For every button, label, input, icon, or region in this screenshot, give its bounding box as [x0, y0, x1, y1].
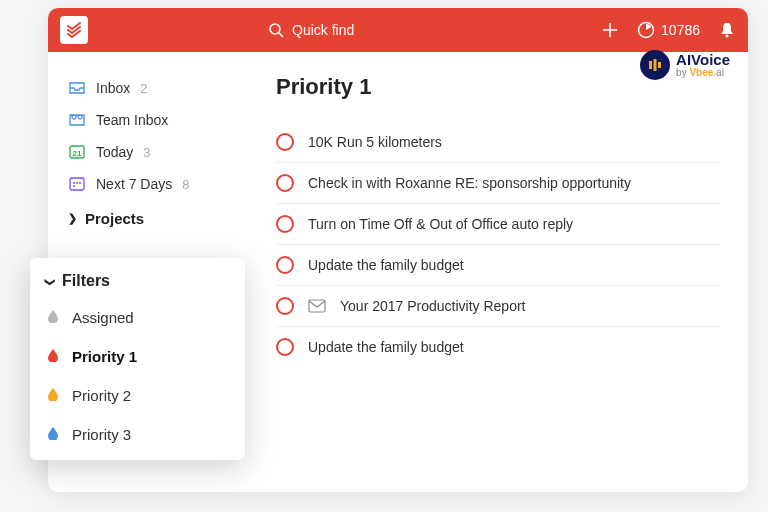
task-row[interactable]: Update the family budget: [276, 245, 720, 286]
svg-line-1: [279, 33, 283, 37]
svg-rect-13: [309, 300, 325, 312]
brand-overlay: AIVoice by Vbee.ai: [640, 50, 730, 80]
karma-points[interactable]: 10786: [637, 21, 700, 39]
karma-count: 10786: [661, 22, 700, 38]
filter-item-priority-1[interactable]: Priority 1: [30, 337, 245, 376]
task-row[interactable]: Turn on Time Off & Out of Office auto re…: [276, 204, 720, 245]
svg-point-0: [270, 24, 280, 34]
task-row[interactable]: Update the family budget: [276, 327, 720, 367]
search-box[interactable]: Quick find: [268, 22, 354, 38]
task-row[interactable]: Your 2017 Productivity Report: [276, 286, 720, 327]
filter-label: Priority 3: [72, 426, 131, 443]
svg-rect-16: [658, 62, 661, 68]
filters-popup: ❯ Filters AssignedPriority 1Priority 2Pr…: [30, 258, 245, 460]
task-title: Update the family budget: [308, 257, 464, 273]
task-checkbox[interactable]: [276, 297, 294, 315]
filter-label: Priority 2: [72, 387, 131, 404]
brand-icon: [640, 50, 670, 80]
sidebar-item-today[interactable]: 21 Today 3: [68, 136, 248, 168]
task-row[interactable]: Check in with Roxanne RE: sponsorship op…: [276, 163, 720, 204]
drop-icon: [46, 309, 60, 326]
bell-icon[interactable]: [718, 21, 736, 39]
svg-point-10: [76, 182, 78, 184]
svg-rect-15: [654, 59, 657, 71]
nav-count: 8: [182, 177, 189, 192]
sidebar-item-team-inbox[interactable]: Team Inbox: [68, 104, 248, 136]
svg-text:21: 21: [73, 149, 82, 158]
inbox-icon: [68, 79, 86, 97]
sidebar-projects-header[interactable]: ❯ Projects: [68, 200, 248, 233]
drop-icon: [46, 426, 60, 443]
svg-rect-14: [649, 61, 652, 69]
task-checkbox[interactable]: [276, 338, 294, 356]
karma-icon: [637, 21, 655, 39]
task-title: 10K Run 5 kilometers: [308, 134, 442, 150]
nav-label: Team Inbox: [96, 112, 168, 128]
filter-item-assigned[interactable]: Assigned: [30, 298, 245, 337]
nav-label: Inbox: [96, 80, 130, 96]
sidebar-item-next7[interactable]: Next 7 Days 8: [68, 168, 248, 200]
team-inbox-icon: [68, 111, 86, 129]
topbar: Quick find 10786: [48, 8, 748, 52]
task-checkbox[interactable]: [276, 174, 294, 192]
menu-button[interactable]: [60, 16, 88, 44]
main-content: Priority 1 10K Run 5 kilometersCheck in …: [248, 52, 748, 492]
task-checkbox[interactable]: [276, 256, 294, 274]
nav-count: 3: [143, 145, 150, 160]
svg-point-12: [73, 185, 75, 187]
task-checkbox[interactable]: [276, 215, 294, 233]
task-title: Your 2017 Productivity Report: [340, 298, 525, 314]
search-icon: [268, 22, 284, 38]
filters-header[interactable]: ❯ Filters: [30, 266, 245, 298]
sidebar-item-inbox[interactable]: Inbox 2: [68, 72, 248, 104]
envelope-icon: [308, 299, 326, 313]
svg-point-11: [79, 182, 81, 184]
task-row[interactable]: 10K Run 5 kilometers: [276, 122, 720, 163]
chevron-right-icon: ❯: [68, 212, 77, 225]
chevron-down-icon: ❯: [45, 277, 56, 285]
filter-label: Priority 1: [72, 348, 137, 365]
task-title: Turn on Time Off & Out of Office auto re…: [308, 216, 573, 232]
drop-icon: [46, 348, 60, 365]
filter-label: Assigned: [72, 309, 134, 326]
svg-point-5: [726, 35, 729, 38]
task-title: Update the family budget: [308, 339, 464, 355]
today-icon: 21: [68, 143, 86, 161]
nav-label: Next 7 Days: [96, 176, 172, 192]
projects-label: Projects: [85, 210, 144, 227]
filter-item-priority-2[interactable]: Priority 2: [30, 376, 245, 415]
nav-count: 2: [140, 81, 147, 96]
add-icon[interactable]: [601, 21, 619, 39]
search-placeholder: Quick find: [292, 22, 354, 38]
task-checkbox[interactable]: [276, 133, 294, 151]
filters-title: Filters: [62, 272, 110, 290]
brand-name: AIVoice: [676, 52, 730, 67]
svg-point-9: [73, 182, 75, 184]
brand-sub: by Vbee.ai: [676, 67, 730, 78]
filter-item-priority-3[interactable]: Priority 3: [30, 415, 245, 454]
nav-label: Today: [96, 144, 133, 160]
app-logo-icon: [66, 22, 82, 38]
task-title: Check in with Roxanne RE: sponsorship op…: [308, 175, 631, 191]
next7-icon: [68, 175, 86, 193]
drop-icon: [46, 387, 60, 404]
